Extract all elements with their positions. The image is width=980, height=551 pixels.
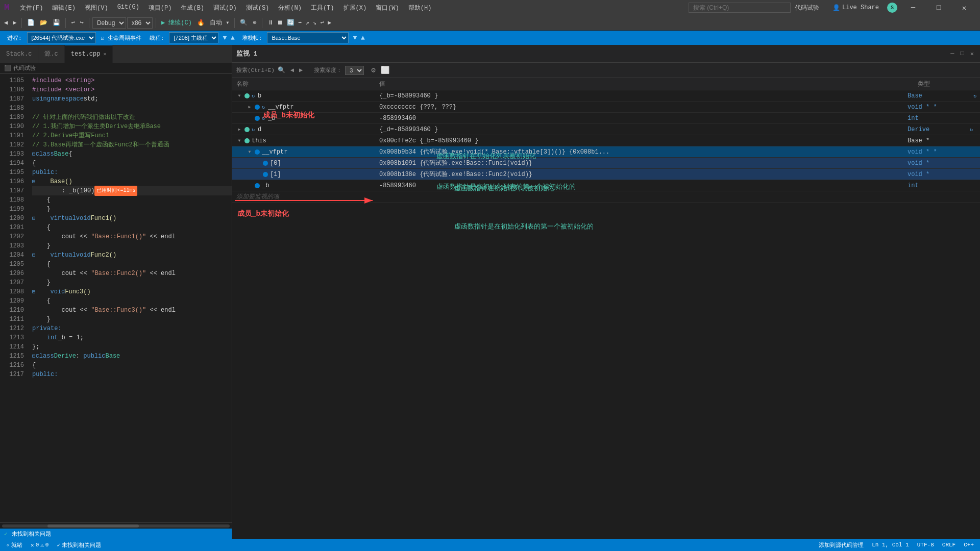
- toolbar-redo[interactable]: ↪: [78, 18, 86, 28]
- watch-value-b: {_b=-858993460 }: [375, 92, 903, 99]
- search-left-icon[interactable]: ◀: [288, 66, 296, 74]
- watch-name-b: ▼ ↻ b: [232, 92, 375, 99]
- vs-logo: M: [4, 3, 10, 13]
- menu-git[interactable]: Git(G): [113, 3, 143, 13]
- code-editor[interactable]: 1185 1186 1187 1188 1189 1190 1191 1192 …: [0, 74, 232, 522]
- menu-edit[interactable]: 编辑(E): [48, 3, 80, 13]
- dot-b-vfptr-icon: [255, 105, 260, 110]
- menu-debug[interactable]: 调试(D): [209, 3, 241, 13]
- expand-vfptr-1-icon: [255, 171, 261, 178]
- debug-config-select[interactable]: Debug: [92, 17, 126, 29]
- watch-row-b-b[interactable]: ↻ _b -858993460 int: [232, 113, 980, 124]
- menu-view[interactable]: 视图(V): [81, 3, 112, 13]
- process-label: 进程:: [4, 34, 25, 42]
- toolbar-save[interactable]: 💾: [51, 18, 62, 28]
- code-line-1209: {: [32, 296, 232, 306]
- encoding-text: UTF-8: [917, 542, 934, 548]
- code-line-1207: }: [32, 278, 232, 287]
- tab-test-cpp[interactable]: test.cpp ✕: [65, 45, 113, 63]
- thread-select[interactable]: [7208] 主线程: [169, 32, 218, 43]
- toolbar-new[interactable]: 📄: [25, 18, 37, 28]
- watch-options-icon[interactable]: ⚙: [371, 66, 375, 74]
- code-line-1193: ⊟class Base {: [32, 149, 232, 159]
- menu-test[interactable]: 测试(S): [242, 3, 274, 13]
- status-line-ending[interactable]: CRLF: [940, 542, 958, 548]
- menu-bar: 文件(F) 编辑(E) 视图(V) Git(G) 项目(P) 生成(B) 调试(…: [16, 3, 436, 13]
- menu-help[interactable]: 帮助(H): [404, 3, 436, 13]
- status-line-col[interactable]: Ln 1, Col 1: [870, 542, 911, 548]
- toolbar-undo[interactable]: ↩: [69, 18, 77, 28]
- watch-row-vfptr-1[interactable]: [1] 0x008b138e {代码试验.exe!Base::Func2(voi…: [232, 169, 980, 180]
- breadcrumb-icon: ⬛: [4, 65, 11, 71]
- minimize-button[interactable]: ─: [901, 0, 925, 15]
- editor-panel: Stack.c 源.c test.cpp ✕ ⬛ 代码试验 1185 1186 …: [0, 45, 232, 539]
- continue-button[interactable]: ▶ 继续(C): [159, 17, 194, 28]
- watch-row-add[interactable]: 添加要监视的项: [232, 191, 980, 203]
- editor-status-icon: ✓: [4, 531, 8, 537]
- status-language[interactable]: C++: [962, 542, 976, 548]
- git-status: 就绪: [11, 541, 22, 549]
- watch-row-vfptr-0[interactable]: [0] 0x008b1091 {代码试验.exe!Base::Func1(voi…: [232, 158, 980, 169]
- watch-close-btn[interactable]: ✕: [968, 49, 976, 59]
- watch-collapse-btn[interactable]: ─: [948, 49, 956, 58]
- watch-add-name: 添加要监视的项: [232, 192, 375, 201]
- status-git[interactable]: ⬦ 就绪: [4, 541, 24, 549]
- live-share-button[interactable]: 👤 Live Share: [828, 3, 883, 13]
- toolbar-goto[interactable]: ⊕: [251, 18, 258, 28]
- stack-select[interactable]: Base::Base: [267, 32, 349, 43]
- warning-icon: ⚠: [40, 542, 44, 548]
- toolbar-back[interactable]: ◀: [2, 18, 10, 28]
- status-errors[interactable]: ✕ 0 ⚠ 0: [29, 542, 51, 548]
- toolbar-open[interactable]: 📂: [38, 18, 50, 28]
- watch-row-this-vfptr[interactable]: ▼ __vfptr 0x008b9b34 {代码试验.exe!void(* Ba…: [232, 146, 980, 158]
- code-line-1194: {: [32, 159, 232, 168]
- dot-b-icon: [244, 93, 250, 98]
- expand-vfptr-0-icon: [255, 160, 261, 166]
- menu-window[interactable]: 窗口(W): [372, 3, 403, 13]
- watch-row-this[interactable]: ▼ this 0x00cffe2c {_b=-858993460 } Base …: [232, 135, 980, 146]
- watch-name-b-vfptr: ▶ ↻ __vfptr: [232, 104, 375, 111]
- toolbar-search[interactable]: 🔍: [238, 18, 250, 28]
- watch-type-vfptr-1: void *: [903, 171, 970, 178]
- menu-extensions[interactable]: 扩展(X): [339, 3, 371, 13]
- status-not-found[interactable]: ✓ 未找到相关问题: [55, 541, 103, 549]
- hot-reload-button[interactable]: 🔥: [195, 18, 207, 28]
- menu-build[interactable]: 生成(B): [177, 3, 208, 13]
- menu-project[interactable]: 项目(P): [144, 3, 176, 13]
- toolbar-forward[interactable]: ▶: [11, 18, 18, 28]
- git-icon: ⬦: [6, 542, 10, 548]
- close-test-cpp-icon[interactable]: ✕: [103, 51, 106, 57]
- watch-row-d[interactable]: ▶ ↻ d {_d=-858993460 } Derive ↻: [232, 124, 980, 135]
- this-name-text: this: [252, 137, 266, 144]
- status-add-repo[interactable]: 添加到源代码管理: [817, 541, 866, 549]
- watch-maximize-btn[interactable]: □: [959, 49, 966, 58]
- toolbar-debug-icons[interactable]: ⏸ ⏹ 🔄 ➡ ↗ ↘ ↩ ▶: [265, 18, 334, 28]
- user-avatar[interactable]: S: [887, 3, 897, 13]
- process-select[interactable]: [26544] 代码试验.exe: [27, 32, 96, 43]
- watch-expand-icon[interactable]: ⬜: [381, 66, 389, 74]
- tab-stack-c[interactable]: Stack.c: [0, 45, 38, 63]
- platform-select[interactable]: x86: [127, 17, 153, 29]
- watch-row-this-b[interactable]: _b -858993460 int: [232, 180, 980, 191]
- language-text: C++: [964, 542, 974, 548]
- global-search-input[interactable]: [689, 3, 791, 13]
- maximize-button[interactable]: □: [927, 0, 950, 15]
- menu-analyze[interactable]: 分析(N): [274, 3, 306, 13]
- window-controls: ─ □ ✕: [901, 0, 976, 15]
- tab-yuan-c[interactable]: 源.c: [38, 45, 64, 63]
- watch-row-b-vfptr[interactable]: ▶ ↻ __vfptr 0xcccccccc {???, ???} void *…: [232, 102, 980, 113]
- code-lines[interactable]: #include <string> #include <vector> usin…: [28, 74, 232, 522]
- watch-row-b[interactable]: ▼ ↻ b {_b=-858993460 } Base ↻: [232, 90, 980, 102]
- code-line-1210: cout << "Base::Func3()" << endl: [32, 306, 232, 315]
- refresh-b-b-icon: ↻: [262, 115, 265, 121]
- menu-tools[interactable]: 工具(T): [307, 3, 338, 13]
- search-right-icon[interactable]: ▶: [299, 66, 303, 74]
- auto-select[interactable]: 自动 ▾: [208, 17, 231, 28]
- depth-select[interactable]: 3 1 2 4 5: [345, 66, 364, 75]
- menu-file[interactable]: 文件(F): [16, 3, 47, 13]
- watch-rows: ▼ ↻ b {_b=-858993460 } Base ↻ ▶ ↻ __vfpt…: [232, 90, 980, 539]
- close-button[interactable]: ✕: [952, 0, 976, 15]
- status-encoding[interactable]: UTF-8: [915, 542, 936, 548]
- search-icon: 🔍: [278, 66, 285, 74]
- b-vfptr-name-text: __vfptr: [268, 104, 293, 111]
